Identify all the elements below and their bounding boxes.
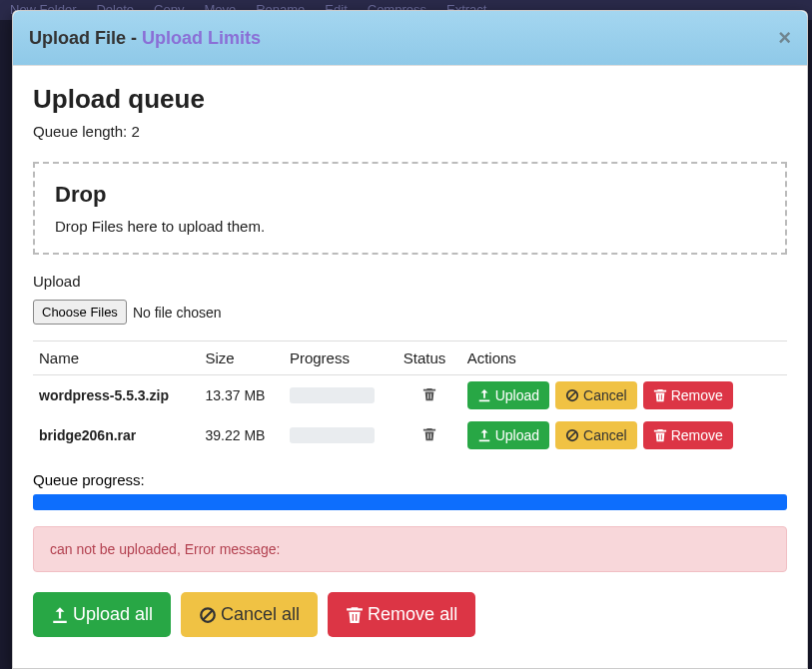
trash-icon (422, 427, 436, 441)
cancel-all-button[interactable]: Cancel all (181, 592, 318, 637)
progress-bar (290, 427, 375, 443)
footer-actions: Upload all Cancel all Remove all (33, 592, 787, 637)
trash-icon (653, 388, 667, 402)
modal-title: Upload File - Upload Limits (29, 28, 261, 49)
progress-bar (290, 387, 375, 403)
drop-text: Drop Files here to upload them. (55, 218, 765, 235)
col-actions: Actions (461, 341, 787, 375)
remove-label: Remove (671, 427, 723, 443)
modal-header: Upload File - Upload Limits × (13, 11, 807, 66)
cancel-button[interactable]: Cancel (555, 381, 637, 409)
no-file-chosen-text: No file chosen (133, 305, 222, 321)
upload-label: Upload (495, 427, 539, 443)
close-button[interactable]: × (778, 25, 791, 51)
cancel-all-label: Cancel all (221, 604, 300, 625)
table-row: wordpress-5.5.3.zip13.37 MBUploadCancelR… (33, 375, 787, 416)
col-progress: Progress (284, 341, 398, 375)
drop-zone[interactable]: Drop Drop Files here to upload them. (33, 162, 787, 255)
upload-queue-heading: Upload queue (33, 84, 787, 115)
remove-all-label: Remove all (368, 604, 457, 625)
ban-icon (565, 388, 579, 402)
error-message: can not be uploaded, Error message: (33, 526, 787, 572)
trash-icon (422, 387, 436, 401)
file-status (398, 415, 461, 455)
file-progress-cell (284, 375, 398, 416)
col-name: Name (33, 341, 200, 375)
upload-table: Name Size Progress Status Actions wordpr… (33, 340, 787, 455)
upload-label: Upload (495, 387, 539, 403)
close-icon: × (778, 25, 791, 50)
cancel-label: Cancel (583, 427, 627, 443)
svg-line-1 (569, 392, 576, 399)
upload-label: Upload (33, 273, 787, 290)
choose-files-button[interactable]: Choose Files (33, 300, 127, 325)
cancel-button[interactable]: Cancel (555, 421, 637, 449)
remove-all-button[interactable]: Remove all (328, 592, 475, 637)
remove-button[interactable]: Remove (643, 381, 733, 409)
file-actions: UploadCancelRemove (461, 415, 787, 455)
queue-progress-label: Queue progress: (33, 471, 787, 488)
queue-length-label: Queue length: 2 (33, 123, 787, 140)
trash-icon (346, 606, 364, 624)
upload-limits-link[interactable]: Upload Limits (142, 28, 261, 48)
remove-label: Remove (671, 387, 723, 403)
svg-line-5 (204, 610, 213, 619)
ban-icon (565, 428, 579, 442)
ban-icon (199, 606, 217, 624)
upload-all-button[interactable]: Upload all (33, 592, 171, 637)
svg-line-3 (569, 432, 576, 439)
upload-all-label: Upload all (73, 604, 153, 625)
table-row: bridge206n.rar39.22 MBUploadCancelRemove (33, 415, 787, 455)
file-chooser: Choose Files No file chosen (33, 300, 787, 325)
upload-button[interactable]: Upload (467, 381, 549, 409)
col-status: Status (398, 341, 461, 375)
upload-icon (477, 428, 491, 442)
remove-button[interactable]: Remove (643, 421, 733, 449)
upload-icon (477, 388, 491, 402)
upload-table-body: wordpress-5.5.3.zip13.37 MBUploadCancelR… (33, 375, 787, 456)
file-status (398, 375, 461, 416)
upload-button[interactable]: Upload (467, 421, 549, 449)
file-actions: UploadCancelRemove (461, 375, 787, 416)
drop-heading: Drop (55, 182, 765, 208)
upload-icon (51, 606, 69, 624)
file-size: 39.22 MB (200, 415, 284, 455)
file-name: wordpress-5.5.3.zip (33, 375, 200, 416)
upload-modal: Upload File - Upload Limits × Upload que… (12, 10, 808, 669)
file-size: 13.37 MB (200, 375, 284, 416)
col-size: Size (200, 341, 284, 375)
modal-body: Upload queue Queue length: 2 Drop Drop F… (13, 66, 807, 668)
file-progress-cell (284, 415, 398, 455)
trash-icon (653, 428, 667, 442)
file-name: bridge206n.rar (33, 415, 200, 455)
cancel-label: Cancel (583, 387, 627, 403)
modal-title-prefix: Upload File - (29, 28, 142, 48)
queue-progress-bar (33, 494, 787, 510)
